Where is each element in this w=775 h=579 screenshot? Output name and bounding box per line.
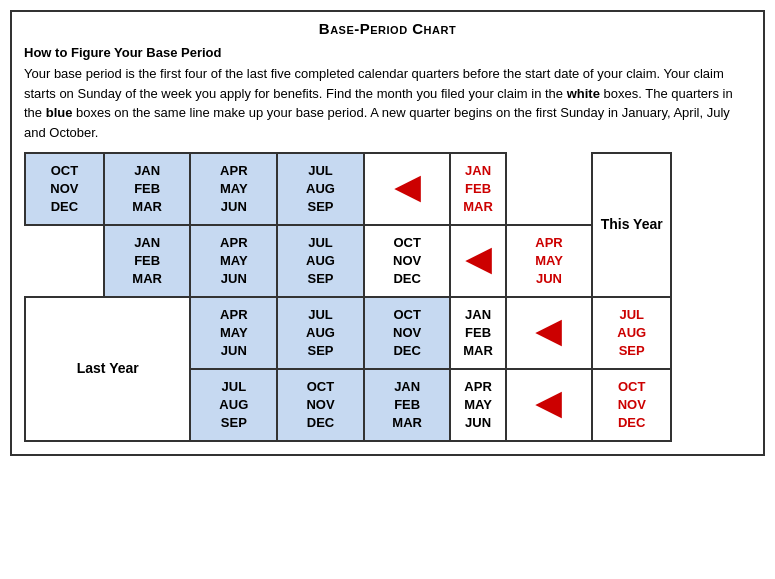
cell-r4-empty (671, 369, 750, 441)
arrow-icon: ◀ (395, 169, 420, 205)
cell-r3-c8: JULAUGSEP (592, 297, 671, 369)
arrow-r2: ◀ (450, 225, 505, 297)
cell-r2-c7: APRMAYJUN (506, 225, 593, 297)
arrow-r4: ◀ (506, 369, 593, 441)
cell-r3-c3: APRMAYJUN (190, 297, 277, 369)
cell-r4-c3: JULAUGSEP (190, 369, 277, 441)
chart-table-wrapper: OCTNOVDEC JANFEBMAR APRMAYJUN JULAUGSEP … (24, 152, 751, 442)
cell-r2-c2: JANFEBMAR (104, 225, 191, 297)
arrow-icon-4: ◀ (536, 385, 561, 421)
arrow-icon-3: ◀ (536, 313, 561, 349)
how-to-title: How to Figure Your Base Period (24, 45, 751, 60)
base-period-table: OCTNOVDEC JANFEBMAR APRMAYJUN JULAUGSEP … (24, 152, 751, 442)
cell-r3-c4: JULAUGSEP (277, 297, 364, 369)
cell-r4-c8: OCTNOVDEC (592, 369, 671, 441)
cell-r3-c6: JANFEBMAR (450, 297, 505, 369)
cell-r3-empty (671, 297, 750, 369)
table-row: Last Year APRMAYJUN JULAUGSEP OCTNOVDEC … (25, 297, 750, 369)
arrow-icon-2: ◀ (466, 241, 491, 277)
last-year-label: Last Year (25, 297, 190, 441)
cell-r2-empty (25, 225, 104, 297)
cell-r1-c4: JULAUGSEP (277, 153, 364, 225)
base-period-chart: Base-Period Chart How to Figure Your Bas… (10, 10, 765, 456)
cell-r1-empty2 (671, 153, 750, 225)
this-year-label: This Year (592, 153, 671, 297)
cell-r2-c4: JULAUGSEP (277, 225, 364, 297)
description: Your base period is the first four of th… (24, 64, 751, 142)
cell-r1-c1: OCTNOVDEC (25, 153, 104, 225)
cell-r3-c5: OCTNOVDEC (364, 297, 451, 369)
cell-r2-c3: APRMAYJUN (190, 225, 277, 297)
chart-title: Base-Period Chart (24, 20, 751, 37)
cell-r1-empty (506, 153, 593, 225)
cell-r4-c6: APRMAYJUN (450, 369, 505, 441)
cell-r1-c6: JANFEBMAR (450, 153, 505, 225)
cell-r1-c2: JANFEBMAR (104, 153, 191, 225)
arrow-r3: ◀ (506, 297, 593, 369)
arrow-r1: ◀ (364, 153, 451, 225)
cell-r4-c5: JANFEBMAR (364, 369, 451, 441)
cell-r4-c4: OCTNOVDEC (277, 369, 364, 441)
cell-r2-c5: OCTNOVDEC (364, 225, 451, 297)
cell-r1-c3: APRMAYJUN (190, 153, 277, 225)
table-row: OCTNOVDEC JANFEBMAR APRMAYJUN JULAUGSEP … (25, 153, 750, 225)
cell-r2-empty2 (671, 225, 750, 297)
